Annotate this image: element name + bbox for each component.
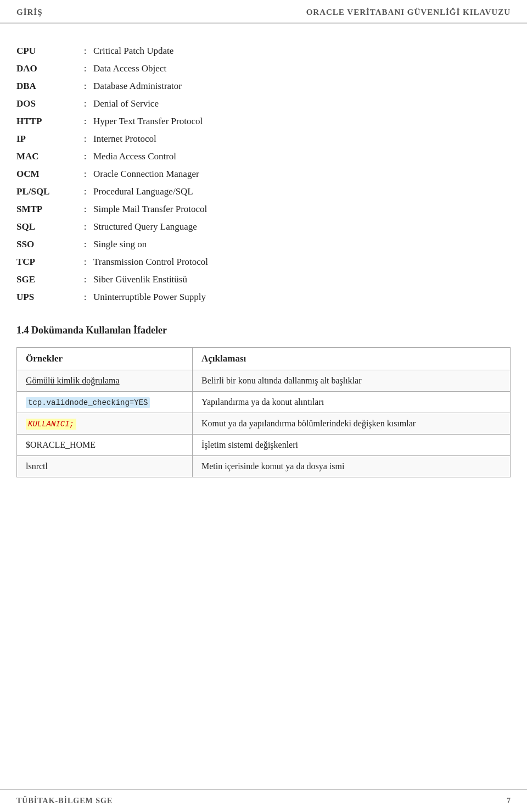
example-cell: $ORACLE_HOME bbox=[17, 435, 193, 456]
description-cell: Komut ya da yapılandırma bölümlerindeki … bbox=[193, 413, 511, 435]
abbr-definition: Siber Güvenlik Enstitüsü bbox=[93, 274, 511, 285]
abbr-colon: : bbox=[77, 204, 93, 215]
abbr-definition: Procedural Language/SQL bbox=[93, 186, 511, 197]
abbr-colon: : bbox=[77, 221, 93, 232]
abbr-colon: : bbox=[77, 292, 93, 303]
description-cell: Metin içerisinde komut ya da dosya ismi bbox=[193, 456, 511, 477]
abbr-row: DBA:Database Administrator bbox=[16, 81, 511, 92]
footer-right: 7 bbox=[507, 797, 511, 805]
abbr-term: HTTP bbox=[16, 116, 77, 127]
abbr-definition: Structured Query Language bbox=[93, 221, 511, 232]
page-footer: TÜBİTAK-BİLGEM SGE 7 bbox=[0, 789, 527, 812]
abbr-term: DBA bbox=[16, 81, 77, 92]
table-row: KULLANICI;Komut ya da yapılandırma bölüm… bbox=[17, 413, 511, 435]
info-table: Örnekler Açıklaması Gömülü kimlik doğrul… bbox=[16, 347, 511, 477]
example-cell: KULLANICI; bbox=[17, 413, 193, 435]
abbr-row: CPU:Critical Patch Update bbox=[16, 46, 511, 57]
abbr-definition: Uninterruptible Power Supply bbox=[93, 292, 511, 303]
abbr-row: OCM:Oracle Connection Manager bbox=[16, 169, 511, 180]
abbr-row: DAO:Data Access Object bbox=[16, 63, 511, 74]
abbr-definition: Transmission Control Protocol bbox=[93, 257, 511, 268]
abbr-colon: : bbox=[77, 63, 93, 74]
abbr-definition: Media Access Control bbox=[93, 151, 511, 162]
col1-header: Örnekler bbox=[17, 348, 193, 370]
abbr-term: SMTP bbox=[16, 204, 77, 215]
abbr-term: SGE bbox=[16, 274, 77, 285]
underline-example: Gömülü kimlik doğrulama bbox=[26, 376, 120, 385]
table-row: tcp.validnode_checking=YESYapılandırma y… bbox=[17, 392, 511, 413]
abbr-colon: : bbox=[77, 81, 93, 92]
abbr-row: SMTP:Simple Mail Transfer Protocol bbox=[16, 204, 511, 215]
abbr-term: MAC bbox=[16, 151, 77, 162]
table-row: $ORACLE_HOMEİşletim sistemi değişkenleri bbox=[17, 435, 511, 456]
abbr-term: CPU bbox=[16, 46, 77, 57]
description-cell: Yapılandırma ya da konut alıntıları bbox=[193, 392, 511, 413]
example-cell: tcp.validnode_checking=YES bbox=[17, 392, 193, 413]
abbr-term: UPS bbox=[16, 292, 77, 303]
abbr-definition: Hyper Text Transfer Protocol bbox=[93, 116, 511, 127]
abbr-colon: : bbox=[77, 186, 93, 197]
abbr-colon: : bbox=[77, 257, 93, 268]
abbr-definition: Simple Mail Transfer Protocol bbox=[93, 204, 511, 215]
abbr-term: DOS bbox=[16, 98, 77, 109]
example-cell: lsnrctl bbox=[17, 456, 193, 477]
abbr-term: TCP bbox=[16, 257, 77, 268]
header-right: ORACLE VERİTABANI GÜVENLİĞİ KILAVUZU bbox=[306, 8, 511, 17]
abbr-definition: Internet Protocol bbox=[93, 134, 511, 144]
abbr-term: SQL bbox=[16, 221, 77, 232]
abbr-row: DOS:Denial of Service bbox=[16, 98, 511, 109]
abbr-definition: Database Administrator bbox=[93, 81, 511, 92]
abbr-definition: Oracle Connection Manager bbox=[93, 169, 511, 180]
abbr-term: OCM bbox=[16, 169, 77, 180]
abbr-colon: : bbox=[77, 98, 93, 109]
abbr-definition: Critical Patch Update bbox=[93, 46, 511, 57]
abbr-term: PL/SQL bbox=[16, 186, 77, 197]
abbr-colon: : bbox=[77, 274, 93, 285]
page-header: GİRİŞ ORACLE VERİTABANI GÜVENLİĞİ KILAVU… bbox=[0, 0, 527, 24]
abbr-row: TCP:Transmission Control Protocol bbox=[16, 257, 511, 268]
table-row: lsnrctlMetin içerisinde komut ya da dosy… bbox=[17, 456, 511, 477]
footer-left: TÜBİTAK-BİLGEM SGE bbox=[16, 797, 113, 805]
abbr-colon: : bbox=[77, 134, 93, 144]
example-cell: Gömülü kimlik doğrulama bbox=[17, 370, 193, 392]
abbr-row: IP:Internet Protocol bbox=[16, 134, 511, 144]
abbr-definition: Single sing on bbox=[93, 239, 511, 250]
abbr-term: SSO bbox=[16, 239, 77, 250]
abbr-row: SSO:Single sing on bbox=[16, 239, 511, 250]
abbr-colon: : bbox=[77, 116, 93, 127]
abbr-row: MAC:Media Access Control bbox=[16, 151, 511, 162]
abbr-term: DAO bbox=[16, 63, 77, 74]
header-left: GİRİŞ bbox=[16, 8, 43, 17]
abbreviations-section: CPU:Critical Patch UpdateDAO:Data Access… bbox=[16, 46, 511, 303]
description-cell: Belirli bir konu altında dallanmış alt b… bbox=[193, 370, 511, 392]
code-example: tcp.validnode_checking=YES bbox=[26, 397, 150, 408]
main-content: CPU:Critical Patch UpdateDAO:Data Access… bbox=[0, 24, 527, 516]
abbr-definition: Denial of Service bbox=[93, 98, 511, 109]
abbr-definition: Data Access Object bbox=[93, 63, 511, 74]
abbr-colon: : bbox=[77, 46, 93, 57]
highlight-example: KULLANICI; bbox=[26, 419, 76, 430]
abbr-row: PL/SQL:Procedural Language/SQL bbox=[16, 186, 511, 197]
table-row: Gömülü kimlik doğrulamaBelirli bir konu … bbox=[17, 370, 511, 392]
abbr-term: IP bbox=[16, 134, 77, 144]
abbr-colon: : bbox=[77, 239, 93, 250]
col2-header: Açıklaması bbox=[193, 348, 511, 370]
description-cell: İşletim sistemi değişkenleri bbox=[193, 435, 511, 456]
section-heading: 1.4 Dokümanda Kullanılan İfadeler bbox=[16, 325, 511, 336]
abbr-row: HTTP:Hyper Text Transfer Protocol bbox=[16, 116, 511, 127]
abbr-row: SGE:Siber Güvenlik Enstitüsü bbox=[16, 274, 511, 285]
abbr-colon: : bbox=[77, 151, 93, 162]
abbr-colon: : bbox=[77, 169, 93, 180]
abbr-row: SQL:Structured Query Language bbox=[16, 221, 511, 232]
abbr-row: UPS:Uninterruptible Power Supply bbox=[16, 292, 511, 303]
